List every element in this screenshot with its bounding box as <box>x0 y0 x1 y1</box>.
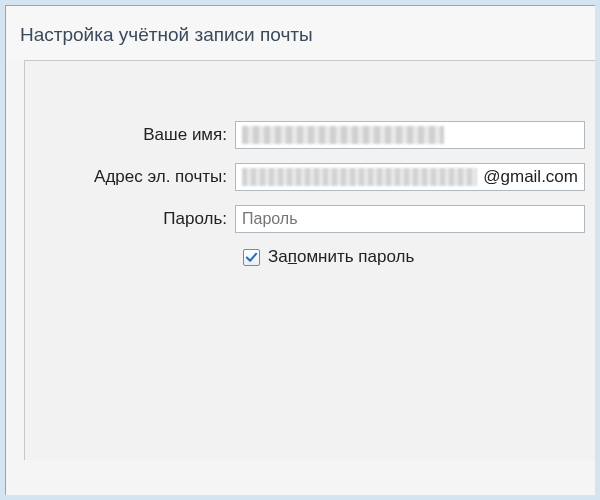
remember-label: Запомнить пароль <box>268 247 414 267</box>
account-setup-window: Настройка учётной записи почты Ваше имя:… <box>5 5 595 495</box>
email-label: Адрес эл. почты: <box>25 167 235 187</box>
remember-checkbox[interactable] <box>243 249 260 266</box>
redacted-text <box>242 126 444 144</box>
name-label: Ваше имя: <box>25 125 235 145</box>
email-suffix: @gmail.com <box>483 167 578 187</box>
redacted-text <box>242 168 477 186</box>
email-row: Адрес эл. почты: @gmail.com <box>25 163 595 191</box>
form-panel: Ваше имя: Адрес эл. почты: @gmail.com Па… <box>24 60 595 460</box>
password-input[interactable] <box>235 205 585 233</box>
password-row: Пароль: <box>25 205 595 233</box>
password-label: Пароль: <box>25 209 235 229</box>
window-title: Настройка учётной записи почты <box>6 6 595 60</box>
name-row: Ваше имя: <box>25 121 595 149</box>
check-icon <box>245 251 258 264</box>
email-input[interactable]: @gmail.com <box>235 163 585 191</box>
name-input[interactable] <box>235 121 585 149</box>
remember-row: Запомнить пароль <box>25 247 595 267</box>
